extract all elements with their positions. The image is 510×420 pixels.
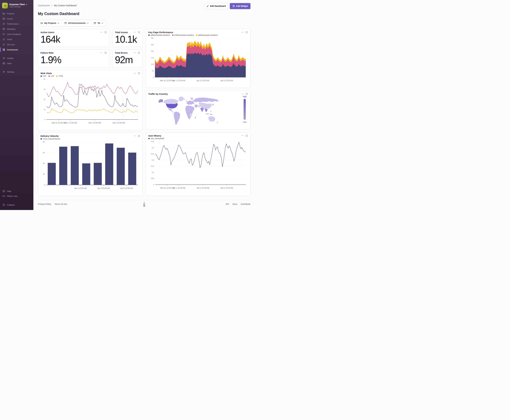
svg-text:Apr 1 12:00 AM: Apr 1 12:00 AM: [74, 187, 87, 189]
widget-web-vitals: Web Vitals FCP LCP TTFB 01s2s3s4sMar 31 …: [38, 70, 143, 130]
pencil-icon: [207, 5, 209, 7]
legend-dot: [148, 34, 150, 36]
plus-circle-icon: [232, 5, 235, 7]
sidebar-item-collapse[interactable]: Collapse: [0, 202, 33, 207]
widget-title: User Misery: [148, 134, 161, 137]
sidebar-item-dashboards[interactable]: Dashboards: [0, 47, 33, 52]
svg-text:Apr 3 12:00 AM: Apr 3 12:00 AM: [197, 187, 209, 189]
sidebar-item-whats-new[interactable]: What's new: [0, 194, 33, 198]
svg-text:40: 40: [43, 163, 45, 164]
svg-text:Apr 3 12:00 AM: Apr 3 12:00 AM: [89, 122, 101, 124]
widget-title: Total Errors: [115, 52, 128, 54]
legend-item-p95[interactable]: p95(transaction.duration): [148, 34, 170, 36]
sidebar-item-performance[interactable]: Performance: [0, 21, 33, 26]
svg-text:15s: 15s: [151, 57, 154, 59]
environment-filter-label: All Environments: [68, 22, 86, 24]
sidebar-nav: Projects Issues Performance Releases Use…: [0, 11, 33, 75]
sidebar-item-activity[interactable]: Activity: [0, 56, 33, 61]
legend-item-p75[interactable]: p75(transaction.duration): [172, 34, 194, 36]
projects-icon: [2, 12, 5, 15]
stats-icon: [2, 62, 5, 65]
legend-label: LCP: [51, 75, 54, 77]
sidebar-item-releases[interactable]: Releases: [0, 26, 33, 32]
sentry-logo-icon[interactable]: [142, 202, 146, 208]
map-legend: High Low: [243, 96, 247, 127]
sidebar-item-issues[interactable]: Issues: [0, 16, 33, 21]
sidebar-item-stats[interactable]: Stats: [0, 61, 33, 66]
widget-expand-icon[interactable]: [246, 93, 248, 95]
widget-menu-icon[interactable]: [133, 135, 136, 137]
breadcrumb-dashboards-link[interactable]: Dashboards: [38, 4, 50, 7]
sidebar-item-label: Discover: [7, 43, 15, 46]
widget-expand-icon[interactable]: [246, 31, 248, 33]
widget-title: Web Vitals: [41, 72, 52, 75]
legend-dot: [148, 138, 150, 139]
terms-of-use-link[interactable]: Terms of Use: [54, 203, 67, 205]
filter-bar: My Projects All Environments 7D: [38, 20, 106, 26]
delivery-velocity-chart: 020406080Apr 1 12:00 AMApr 3 12:00 AMApr…: [41, 140, 140, 192]
sidebar-item-settings[interactable]: Settings: [0, 69, 33, 75]
legend-item-p50[interactable]: p50(transaction.duration): [196, 34, 218, 36]
sidebar-item-projects[interactable]: Projects: [0, 11, 33, 16]
sidebar-item-user-feedback[interactable]: User Feedback: [0, 32, 33, 37]
svg-text:Mar 31 12:00 AM: Mar 31 12:00 AM: [52, 122, 66, 124]
contribute-link[interactable]: Contribute: [241, 203, 251, 205]
widget-expand-icon[interactable]: [138, 72, 140, 75]
legend-item-count-unique-release[interactable]: count_unique(release): [41, 138, 60, 140]
chevron-down-icon: [58, 22, 59, 24]
docs-link[interactable]: Docs: [233, 203, 237, 205]
breadcrumb-current: My Custom Dashboard: [54, 4, 76, 7]
releases-icon: [2, 28, 5, 30]
sidebar-item-help[interactable]: Help: [0, 189, 33, 194]
legend-label: p95(transaction.duration): [151, 34, 170, 36]
widget-expand-icon[interactable]: [138, 52, 140, 54]
legend-item-user-misery[interactable]: user_misery(300): [148, 138, 164, 139]
legend-item-ttfb[interactable]: TTFB: [56, 75, 63, 77]
widget-menu-icon[interactable]: [100, 31, 103, 33]
environment-filter[interactable]: All Environments: [62, 20, 91, 26]
privacy-policy-link[interactable]: Privacy Policy: [38, 203, 51, 205]
add-widget-button[interactable]: Add Widget: [230, 3, 251, 9]
edit-dashboard-button[interactable]: Edit Dashboard: [204, 3, 228, 9]
widget-expand-icon[interactable]: [104, 31, 107, 33]
api-link[interactable]: API: [226, 203, 229, 205]
environment-filter-icon: [64, 22, 67, 24]
legend-item-fcp[interactable]: FCP: [41, 75, 46, 77]
sidebar-item-discover[interactable]: Discover: [0, 42, 33, 47]
widget-menu-icon[interactable]: [133, 31, 136, 33]
widget-title: Traffic by Country: [148, 93, 168, 95]
legend-item-lcp[interactable]: LCP: [48, 75, 54, 77]
page-title: My Custom Dashboard: [33, 9, 255, 16]
big-number-value: 10.1k: [115, 34, 140, 44]
chevron-down-icon: [102, 22, 103, 24]
org-switcher[interactable]: Empower Plant Jane Schmidt: [0, 2, 33, 11]
widget-expand-icon[interactable]: [104, 52, 107, 54]
widget-menu-icon[interactable]: [100, 52, 103, 54]
sidebar-item-label: Collapse: [7, 204, 15, 206]
lightning-logo-icon: [3, 4, 7, 7]
date-range-filter[interactable]: 7D: [91, 20, 106, 26]
widget-menu-icon[interactable]: [133, 52, 136, 54]
project-filter[interactable]: My Projects: [38, 20, 62, 26]
chart-legend: p95(transaction.duration) p75(transactio…: [148, 34, 248, 36]
breadcrumb-chevron-icon: [51, 5, 53, 6]
sidebar-item-label: Alerts: [7, 38, 12, 41]
widget-menu-icon[interactable]: [241, 31, 244, 33]
svg-text:0: 0: [153, 184, 154, 186]
activity-icon: [2, 57, 5, 60]
widget-menu-icon[interactable]: [133, 72, 136, 75]
sidebar-item-label: Performance: [7, 23, 19, 25]
widget-menu-icon[interactable]: [241, 134, 244, 137]
sidebar-item-label: User Feedback: [7, 33, 21, 35]
svg-text:0.1: 0.1: [152, 172, 154, 173]
widget-menu-icon[interactable]: [241, 93, 244, 95]
widget-expand-icon[interactable]: [138, 31, 140, 33]
sidebar-bottom-nav: Help What's new Collapse: [0, 189, 33, 207]
sidebar-item-label: Projects: [7, 12, 15, 15]
big-number-value: 92m: [115, 55, 140, 65]
widget-expand-icon[interactable]: [138, 135, 140, 137]
sidebar-item-alerts[interactable]: Alerts: [0, 37, 33, 42]
svg-text:10s: 10s: [151, 63, 154, 65]
legend-label: count_unique(release): [43, 138, 60, 140]
widget-expand-icon[interactable]: [246, 135, 248, 137]
